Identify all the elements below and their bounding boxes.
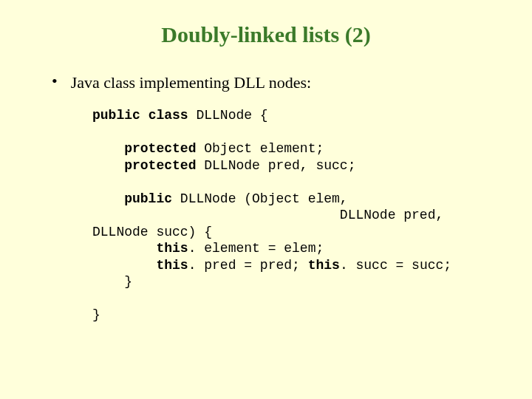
- code-l7a: [92, 241, 156, 256]
- kw-public: public: [92, 108, 140, 123]
- kw-public-2: public: [124, 191, 172, 206]
- kw-class: class: [149, 108, 188, 123]
- code-block: public class DLLNode { protected Object …: [92, 107, 502, 324]
- slide-container: Doubly-linked lists (2) • Java class imp…: [0, 0, 532, 399]
- code-l9: }: [92, 274, 132, 289]
- code-l2: Object element;: [196, 141, 324, 156]
- code-l3: DLLNode pred, succ;: [196, 158, 355, 173]
- code-l8b: . pred = pred;: [188, 258, 308, 273]
- code-l1: DLLNode {: [188, 108, 268, 123]
- code-l7b: . element = elem;: [188, 241, 324, 256]
- bullet-marker: •: [52, 73, 58, 89]
- code-l8c: . succ = succ;: [340, 258, 451, 273]
- kw-protected-2: protected: [124, 158, 196, 173]
- kw-this-1: this: [156, 241, 188, 256]
- kw-this-2: this: [156, 258, 188, 273]
- code-l5: DLLNode pred,: [92, 208, 443, 222]
- code-l10: }: [92, 307, 100, 322]
- slide-title: Doubly-linked lists (2): [30, 22, 502, 47]
- kw-this-3: this: [308, 258, 340, 273]
- code-l6: DLLNode succ) {: [92, 225, 212, 239]
- bullet-row: • Java class implementing DLL nodes:: [52, 73, 502, 92]
- kw-protected-1: protected: [124, 141, 196, 156]
- code-l4: DLLNode (Object elem,: [172, 191, 348, 206]
- bullet-text: Java class implementing DLL nodes:: [71, 73, 311, 92]
- code-l8a: [92, 258, 156, 273]
